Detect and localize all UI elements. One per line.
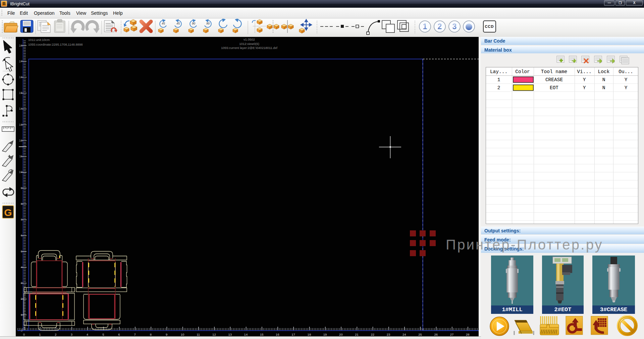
svg-text:CCD: CCD [485,24,494,29]
svg-text:14: 14 [19,107,22,110]
svg-text:10: 10 [19,170,22,174]
svg-text:27: 27 [450,333,454,336]
svg-text:11: 11 [19,154,22,158]
svg-text:2: 2 [21,297,22,300]
svg-text:1055:coordinate:2295.1708,1148: 1055:coordinate:2295.1708,1148.8898 [28,43,83,46]
svg-text:16: 16 [276,333,279,336]
svg-text:10: 10 [181,333,184,336]
svg-text:Ou...: Ou... [619,69,633,74]
svg-text:90: 90 [192,22,195,25]
svg-text:Vi...: Vi... [577,69,592,74]
svg-text:EOT: EOT [550,85,558,91]
svg-text:15: 15 [19,91,22,95]
svg-text:13: 13 [228,333,232,336]
svg-text:20: 20 [339,333,343,336]
svg-text:17: 17 [291,333,295,336]
svg-text:Y: Y [625,77,628,82]
svg-text:0: 0 [23,333,25,336]
svg-text:6: 6 [21,233,22,237]
svg-text:3: 3 [21,281,22,285]
svg-text:1: 1 [423,22,427,31]
svg-text:13: 13 [19,123,22,126]
svg-text:25: 25 [418,333,422,336]
svg-text:21: 21 [355,333,359,336]
svg-text:17: 17 [19,59,22,63]
svg-text:N: N [602,77,605,82]
svg-text:90: 90 [206,22,210,25]
svg-text:1055:current layer:2@E:\040218: 1055:current layer:2@E:\040218011.dxf [221,46,277,50]
svg-text:45: 45 [176,22,180,25]
svg-text:7: 7 [134,333,136,336]
svg-text:6: 6 [118,333,120,336]
svg-text:CREASE: CREASE [545,77,563,82]
svg-text:22: 22 [371,333,375,336]
svg-text:15: 15 [260,333,264,336]
svg-text:23: 23 [387,333,390,336]
svg-text:4: 4 [87,333,88,336]
svg-text:28: 28 [466,333,470,336]
svg-text:G: G [4,207,12,218]
svg-text:8: 8 [150,333,152,336]
svg-text:2: 2 [55,333,56,336]
svg-text:3: 3 [71,333,72,336]
svg-text:Color: Color [515,69,530,74]
svg-text:4: 4 [21,265,22,269]
svg-text:Lock: Lock [598,69,610,74]
svg-text:7: 7 [21,218,22,221]
svg-text:v1.0502: v1.0502 [244,38,255,41]
svg-text:1: 1 [39,333,41,336]
svg-text:2: 2 [438,22,442,31]
svg-text:Y: Y [583,77,586,82]
svg-text:11: 11 [197,333,200,336]
svg-text:Lay...: Lay... [490,69,507,74]
svg-text:24: 24 [402,333,406,336]
svg-text:1011:unit:10cm: 1011:unit:10cm [28,38,50,42]
svg-text:8: 8 [21,202,22,206]
svg-text:26: 26 [434,333,438,336]
svg-text:3: 3 [452,22,457,31]
svg-text:0: 0 [21,329,22,332]
svg-text:Tool name: Tool name [541,69,567,74]
svg-text:12: 12 [19,138,22,142]
svg-text:1012:view0(6): 1012:view0(6) [239,42,259,46]
svg-text:14: 14 [244,333,248,336]
svg-text:5: 5 [21,249,22,253]
svg-text:Y: Y [583,85,586,91]
svg-text:5: 5 [102,333,104,336]
svg-text:16: 16 [19,75,22,79]
svg-text:45: 45 [162,22,165,25]
svg-text:1: 1 [497,77,500,82]
svg-text:N: N [602,85,605,91]
svg-text:9: 9 [21,186,22,190]
svg-text:18: 18 [308,333,311,336]
svg-text:Y: Y [625,85,628,91]
svg-text:1: 1 [21,313,22,317]
svg-text:12: 12 [212,333,216,336]
svg-text:9: 9 [166,333,167,336]
svg-text:19: 19 [323,333,327,336]
svg-text:18: 18 [19,44,22,47]
svg-text:2: 2 [497,85,500,91]
